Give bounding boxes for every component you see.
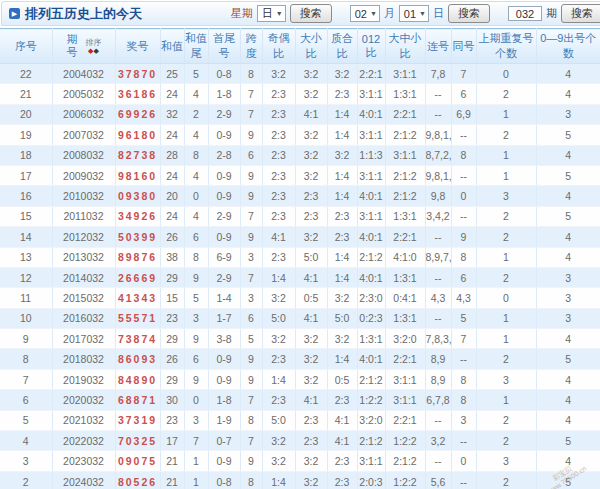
cell-big-mid-small: 3:1:1: [385, 64, 425, 84]
issue-search-button[interactable]: 搜索: [561, 4, 600, 23]
cell-digit-count: 5: [536, 125, 600, 145]
sort-desc-icon[interactable]: ◆: [94, 47, 99, 54]
cell-big-mid-small: 2:2:1: [385, 349, 425, 369]
cell-span: 7: [240, 104, 262, 124]
cell-big-mid-small: 1:3:1: [385, 267, 425, 287]
column-header-digit-count: 0—9出号个数: [536, 29, 600, 64]
column-header-sum-tail: 和值尾: [184, 29, 208, 64]
cell-sum: 17: [160, 431, 184, 451]
cell-sum: 24: [160, 206, 184, 226]
cell-numbers: 09075: [115, 451, 160, 471]
cell-repeat-count: 1: [476, 104, 536, 124]
cell-repeat-count: 2: [476, 125, 536, 145]
cell-odd-even: 2:3: [262, 247, 295, 267]
cell-same: 0: [451, 451, 476, 471]
cell-prime-composite: 2:3: [327, 206, 357, 226]
table-row: 62020032688713001-872:34:12:31:2:23:1:16…: [0, 390, 600, 410]
month-select[interactable]: 02▼: [350, 5, 380, 22]
cell-big-mid-small: 1:3:1: [385, 206, 425, 226]
column-header-sum: 和值: [160, 29, 184, 64]
cell-sum-tail: 5: [184, 64, 208, 84]
week-search-button[interactable]: 搜索: [290, 4, 332, 23]
cell-012-ratio: 2:1:2: [357, 247, 385, 267]
cell-min-max: 6-9: [208, 247, 240, 267]
day-select[interactable]: 01▼: [399, 5, 429, 22]
table-row: 52021032373192331-985:02:34:13:2:02:2:1-…: [0, 410, 600, 430]
cell-consecutive: --: [425, 451, 451, 471]
cell-span: 7: [240, 431, 262, 451]
cell-012-ratio: 4:0:1: [357, 227, 385, 247]
cell-consecutive: 4,3: [425, 288, 451, 308]
cell-index: 11: [0, 288, 52, 308]
cell-numbers: 82738: [115, 145, 160, 165]
cell-min-max: 1-9: [208, 410, 240, 430]
cell-repeat-count: 2: [476, 471, 536, 489]
cell-big-small: 4:1: [295, 267, 327, 287]
cell-min-max: 0-9: [208, 369, 240, 389]
cell-big-mid-small: 2:2:1: [385, 104, 425, 124]
cell-prime-composite: 1:4: [327, 267, 357, 287]
cell-index: 14: [0, 227, 52, 247]
cell-same: --: [451, 349, 476, 369]
issue-input[interactable]: [508, 6, 542, 21]
cell-same: 8: [451, 247, 476, 267]
cell-sum: 24: [160, 84, 184, 104]
cell-prime-composite: 2:3: [327, 227, 357, 247]
cell-span: 9: [240, 227, 262, 247]
cell-big-mid-small: 2:1:2: [385, 165, 425, 185]
cell-digit-count: 4: [536, 451, 600, 471]
sort-diamond-icons[interactable]: ◆◆: [88, 47, 99, 54]
column-header-issue: 期号排序◆◆: [52, 29, 115, 64]
cell-consecutive: 8,7,2,3: [425, 145, 451, 165]
cell-issue: 2005032: [52, 84, 115, 104]
cell-odd-even: 2:3: [262, 390, 295, 410]
cell-span: 3: [240, 288, 262, 308]
cell-big-small: 3:2: [295, 227, 327, 247]
cell-012-ratio: 2:0:3: [357, 471, 385, 489]
cell-sum: 30: [160, 390, 184, 410]
cell-012-ratio: 2:1:2: [357, 369, 385, 389]
cell-prime-composite: 3:2: [327, 329, 357, 349]
cell-sum: 23: [160, 308, 184, 328]
table-row: 112015032413431551-433:20:53:22:3:00:4:1…: [0, 288, 600, 308]
column-header-repeat-count: 上期重复号个数: [476, 29, 536, 64]
cell-prime-composite: 2:3: [327, 84, 357, 104]
sort-control[interactable]: 排序◆◆: [86, 39, 102, 54]
column-header-consecutive: 连号: [425, 29, 451, 64]
cell-big-mid-small: 3:1:1: [385, 145, 425, 165]
cell-big-small: 3:2: [295, 125, 327, 145]
cell-span: 9: [240, 369, 262, 389]
cell-012-ratio: 3:1:1: [357, 125, 385, 145]
cell-index: 6: [0, 390, 52, 410]
cell-span: 8: [240, 471, 262, 489]
cell-consecutive: --: [425, 410, 451, 430]
month-label: 月: [384, 6, 395, 21]
cell-numbers: 50399: [115, 227, 160, 247]
cell-odd-even: 1:4: [262, 369, 295, 389]
cell-same: --: [451, 206, 476, 226]
date-search-button[interactable]: 搜索: [448, 4, 490, 23]
cell-consecutive: 7,8,3,4: [425, 329, 451, 349]
cell-span: 9: [240, 125, 262, 145]
cell-same: 4,3: [451, 288, 476, 308]
cell-same: 6,9: [451, 104, 476, 124]
month-select-value: 02: [355, 8, 367, 20]
cell-same: 7: [451, 64, 476, 84]
cell-repeat-count: 1: [476, 390, 536, 410]
cell-index: 7: [0, 369, 52, 389]
cell-sum: 26: [160, 349, 184, 369]
cell-numbers: 09380: [115, 186, 160, 206]
cell-odd-even: 5:0: [262, 308, 295, 328]
table-row: 162010032093802000-992:32:31:44:0:12:1:2…: [0, 186, 600, 206]
header-row: 序号期号排序◆◆奖号和值和值尾首尾号跨度奇偶比大小比质合比012比大中小比连号同…: [0, 29, 600, 64]
week-select[interactable]: 日▼: [257, 5, 286, 22]
cell-repeat-count: 1: [476, 247, 536, 267]
cell-012-ratio: 3:1:1: [357, 165, 385, 185]
table-header: 序号期号排序◆◆奖号和值和值尾首尾号跨度奇偶比大小比质合比012比大中小比连号同…: [0, 29, 600, 64]
cell-consecutive: --: [425, 104, 451, 124]
cell-digit-count: 4: [536, 369, 600, 389]
cell-span: 9: [240, 349, 262, 369]
cell-issue: 2017032: [52, 329, 115, 349]
cell-index: 17: [0, 165, 52, 185]
cell-prime-composite: 4:1: [327, 410, 357, 430]
